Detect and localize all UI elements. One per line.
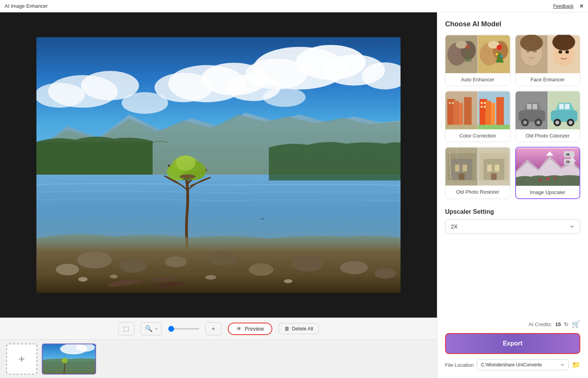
credits-value: 15: [555, 321, 561, 327]
upscaler-setting-select[interactable]: 2X 4X 8X: [445, 219, 580, 234]
svg-point-96: [555, 120, 559, 124]
svg-point-39: [62, 358, 68, 363]
svg-rect-82: [478, 125, 510, 129]
eye-icon: 👁: [236, 326, 242, 332]
zoom-out-button[interactable]: 🔍 −: [141, 322, 162, 335]
image-viewport: [0, 12, 437, 318]
old-photo-restorer-label: Old Photo Restorer: [445, 186, 510, 198]
svg-point-61: [558, 50, 562, 54]
model-card-color-correction[interactable]: Color Correction: [445, 91, 511, 142]
svg-point-88: [523, 120, 527, 124]
svg-point-56: [526, 50, 530, 53]
file-location-select[interactable]: C:\Wondershare UniConverte: [477, 359, 569, 370]
preview-label: Preview: [245, 326, 264, 332]
svg-rect-79: [481, 106, 483, 108]
thumbnail-item[interactable]: [42, 344, 96, 375]
svg-point-21: [180, 174, 195, 179]
svg-point-25: [165, 256, 187, 267]
zoom-in-button[interactable]: +: [205, 322, 222, 335]
svg-point-22: [77, 251, 112, 268]
svg-rect-98: [559, 104, 564, 109]
svg-rect-107: [462, 165, 467, 172]
svg-point-118: [554, 177, 556, 179]
feedback-link[interactable]: Feedback: [553, 3, 574, 9]
svg-point-30: [374, 268, 396, 278]
svg-point-33: [205, 275, 216, 280]
zoom-in-icon: +: [210, 325, 217, 333]
svg-point-12: [36, 83, 85, 108]
cart-icon[interactable]: 🛒: [572, 320, 580, 328]
export-button[interactable]: Export: [445, 333, 580, 354]
svg-point-57: [533, 50, 537, 53]
svg-rect-76: [485, 101, 491, 126]
left-panel: ⬚ 🔍 − + 👁 Preview 🗑 De: [0, 12, 437, 378]
refresh-icon[interactable]: ↻: [564, 321, 569, 327]
file-location-label: File Location: [445, 362, 474, 368]
svg-rect-106: [455, 165, 459, 172]
model-card-old-photo-restorer[interactable]: Old Photo Restorer: [445, 147, 511, 199]
thumbnail-image: [43, 344, 95, 374]
image-upscaler-image: 8k 2k: [516, 148, 580, 186]
svg-rect-78: [484, 102, 486, 104]
credits-label: AI Credits:: [529, 321, 552, 327]
model-card-face-enhancer[interactable]: Face Enhancer: [515, 34, 581, 86]
spacer: [445, 240, 580, 320]
svg-point-34: [284, 279, 292, 283]
thumbnail-strip: +: [0, 339, 437, 378]
svg-point-89: [536, 120, 540, 124]
upscaler-setting-title: Upscaler Setting: [445, 208, 580, 215]
svg-point-50: [495, 53, 498, 55]
color-correction-label: Color Correction: [445, 130, 510, 142]
svg-rect-71: [452, 102, 454, 104]
svg-point-119: [539, 179, 542, 181]
svg-point-31: [78, 277, 88, 282]
color-correction-image: [445, 91, 510, 130]
svg-rect-90: [527, 104, 531, 109]
title-bar-actions: Feedback ×: [553, 3, 583, 10]
folder-icon[interactable]: 📁: [572, 361, 580, 369]
trash-icon: 🗑: [284, 326, 289, 332]
title-bar: AI Image Enhancer Feedback ×: [0, 0, 588, 12]
svg-rect-69: [453, 101, 459, 126]
model-card-image-upscaler[interactable]: 8k 2k Image Upscaler: [515, 147, 581, 199]
svg-text:2k: 2k: [566, 160, 570, 164]
preview-button[interactable]: 👁 Preview: [228, 323, 273, 335]
upscaler-setting-section: Upscaler Setting 2X 4X 8X: [445, 208, 580, 234]
credits-row: AI Credits: 15 ↻ 🛒: [445, 320, 580, 328]
svg-point-32: [110, 275, 118, 278]
delete-all-button[interactable]: 🗑 Delete All: [279, 323, 319, 334]
svg-point-27: [249, 263, 273, 276]
svg-point-28: [291, 256, 324, 271]
svg-rect-81: [445, 125, 478, 129]
auto-enhancer-image: [445, 35, 510, 74]
svg-rect-91: [533, 104, 537, 109]
app-title: AI Image Enhancer: [5, 3, 48, 9]
model-card-old-photo-colorizer[interactable]: Old Photo Colorizer: [515, 91, 581, 142]
svg-rect-99: [565, 104, 569, 109]
svg-rect-77: [481, 102, 483, 104]
svg-point-23: [120, 259, 147, 273]
main-image: [36, 37, 401, 293]
svg-point-49: [497, 45, 502, 50]
model-card-auto-enhancer[interactable]: Auto Enhancer: [445, 34, 511, 86]
svg-rect-68: [464, 97, 472, 125]
add-photo-button[interactable]: +: [6, 344, 37, 375]
zoom-slider[interactable]: [168, 328, 199, 330]
svg-point-44: [465, 45, 470, 49]
svg-point-20: [176, 155, 195, 171]
right-panel: Choose AI Model: [437, 12, 588, 378]
crop-tool-button[interactable]: ⬚: [118, 322, 134, 335]
svg-point-62: [565, 50, 569, 54]
svg-point-55: [520, 35, 543, 51]
svg-rect-114: [491, 174, 497, 180]
crop-icon: ⬚: [122, 325, 130, 333]
svg-rect-113: [495, 165, 499, 172]
close-button[interactable]: ×: [580, 3, 583, 10]
svg-point-24: [56, 264, 79, 275]
zoom-out-icon: 🔍: [145, 325, 153, 333]
svg-point-29: [340, 261, 368, 274]
image-toolbar: ⬚ 🔍 − + 👁 Preview 🗑 De: [0, 318, 437, 339]
delete-all-label: Delete All: [292, 326, 313, 332]
old-photo-restorer-image: [445, 147, 510, 186]
svg-point-26: [208, 251, 237, 265]
